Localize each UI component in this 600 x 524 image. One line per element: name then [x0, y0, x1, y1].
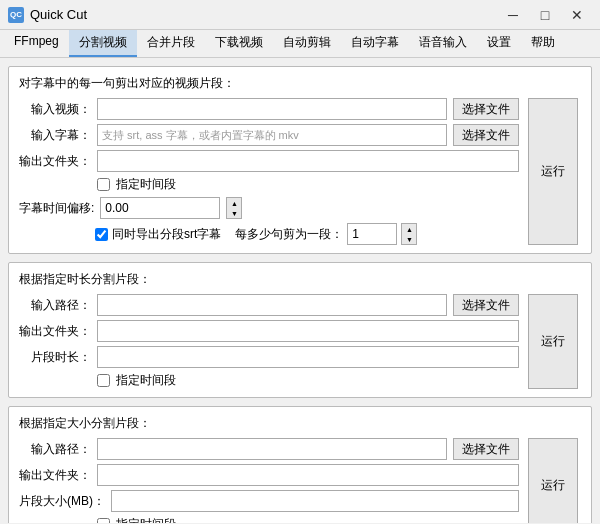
- output-folder-label2: 输出文件夹：: [19, 323, 91, 340]
- time-offset-input[interactable]: [100, 197, 220, 219]
- specify-time-row1: 指定时间段: [19, 176, 519, 193]
- menu-download-video[interactable]: 下载视频: [205, 30, 273, 57]
- section2-form: 输入路径： 选择文件 输出文件夹： 片段时长：: [19, 294, 519, 389]
- segment-input[interactable]: [347, 223, 397, 245]
- duration-row: 片段时长：: [19, 346, 519, 368]
- run-button1[interactable]: 运行: [528, 98, 578, 245]
- time-offset-row: 字幕时间偏移: ▲ ▼: [19, 197, 519, 219]
- subtitle-label: 输入字幕：: [19, 127, 91, 144]
- segment-down-arrow[interactable]: ▼: [402, 234, 416, 244]
- segment-up-arrow[interactable]: ▲: [402, 224, 416, 234]
- section1-form: 输入视频： 选择文件 输入字幕： 选择文件 输出文件夹：: [19, 98, 519, 245]
- app-title: Quick Cut: [30, 7, 498, 22]
- select-file-button2[interactable]: 选择文件: [453, 294, 519, 316]
- menu-settings[interactable]: 设置: [477, 30, 521, 57]
- run-btn-container2: 运行: [525, 294, 581, 389]
- video-input-row: 输入视频： 选择文件: [19, 98, 519, 120]
- run-btn-container1: 运行: [525, 98, 581, 245]
- subtitle-select-file-button[interactable]: 选择文件: [453, 124, 519, 146]
- time-offset-spinner: ▲ ▼: [226, 197, 242, 219]
- output-folder-input2[interactable]: [97, 320, 519, 342]
- output-folder-row1: 输出文件夹：: [19, 150, 519, 172]
- title-bar: QC Quick Cut ─ □ ✕: [0, 0, 600, 30]
- run-button2[interactable]: 运行: [528, 294, 578, 389]
- menu-voice-input[interactable]: 语音输入: [409, 30, 477, 57]
- export-srt-checkbox[interactable]: [95, 228, 108, 241]
- time-offset-down-arrow[interactable]: ▼: [227, 208, 241, 218]
- app-icon: QC: [8, 7, 24, 23]
- output-folder-row3: 输出文件夹：: [19, 464, 519, 486]
- specify-time-checkbox3[interactable]: [97, 518, 110, 523]
- output-folder-input1[interactable]: [97, 150, 519, 172]
- output-folder-label1: 输出文件夹：: [19, 153, 91, 170]
- input-path-label3: 输入路径：: [19, 441, 91, 458]
- size-input[interactable]: [111, 490, 519, 512]
- specify-time-label2: 指定时间段: [116, 372, 176, 389]
- export-srt-row: 同时导出分段srt字幕 每多少句剪为一段： ▲ ▼: [19, 223, 519, 245]
- menu-auto-edit[interactable]: 自动剪辑: [273, 30, 341, 57]
- specify-time-row2: 指定时间段: [19, 372, 519, 389]
- size-row: 片段大小(MB)：: [19, 490, 519, 512]
- duration-label: 片段时长：: [19, 349, 91, 366]
- maximize-button[interactable]: □: [530, 4, 560, 26]
- subtitle-input-row: 输入字幕： 选择文件: [19, 124, 519, 146]
- subtitle-input[interactable]: [97, 124, 447, 146]
- segment-label: 每多少句剪为一段：: [235, 226, 343, 243]
- window-controls: ─ □ ✕: [498, 4, 592, 26]
- section-duration-split: 根据指定时长分割片段： 输入路径： 选择文件 输出文件夹： 片段时长：: [8, 262, 592, 398]
- video-input[interactable]: [97, 98, 447, 120]
- segment-spinner: ▲ ▼: [401, 223, 417, 245]
- section3-form: 输入路径： 选择文件 输出文件夹： 片段大小(MB)：: [19, 438, 519, 523]
- output-folder-label3: 输出文件夹：: [19, 467, 91, 484]
- main-content: 对字幕中的每一句剪出对应的视频片段： 输入视频： 选择文件 输入字幕： 选择文件: [0, 58, 600, 523]
- specify-time-label1: 指定时间段: [116, 176, 176, 193]
- menu-bar: FFmpeg 分割视频 合并片段 下载视频 自动剪辑 自动字幕 语音输入 设置 …: [0, 30, 600, 58]
- input-path-label2: 输入路径：: [19, 297, 91, 314]
- video-select-file-button[interactable]: 选择文件: [453, 98, 519, 120]
- size-label: 片段大小(MB)：: [19, 493, 105, 510]
- specify-time-row3: 指定时间段: [19, 516, 519, 523]
- input-path-input2[interactable]: [97, 294, 447, 316]
- run-btn-container3: 运行: [525, 438, 581, 523]
- specify-time-checkbox1[interactable]: [97, 178, 110, 191]
- input-path-row2: 输入路径： 选择文件: [19, 294, 519, 316]
- select-file-button3[interactable]: 选择文件: [453, 438, 519, 460]
- export-srt-label: 同时导出分段srt字幕: [112, 226, 221, 243]
- menu-split-video[interactable]: 分割视频: [69, 30, 137, 57]
- input-path-input3[interactable]: [97, 438, 447, 460]
- input-path-row3: 输入路径： 选择文件: [19, 438, 519, 460]
- output-folder-input3[interactable]: [97, 464, 519, 486]
- section3-inner: 输入路径： 选择文件 输出文件夹： 片段大小(MB)：: [19, 438, 581, 523]
- section1-inner: 输入视频： 选择文件 输入字幕： 选择文件 输出文件夹：: [19, 98, 581, 245]
- section3-title: 根据指定大小分割片段：: [19, 415, 581, 432]
- menu-help[interactable]: 帮助: [521, 30, 565, 57]
- menu-auto-subtitle[interactable]: 自动字幕: [341, 30, 409, 57]
- section-subtitle-split: 对字幕中的每一句剪出对应的视频片段： 输入视频： 选择文件 输入字幕： 选择文件: [8, 66, 592, 254]
- close-button[interactable]: ✕: [562, 4, 592, 26]
- output-folder-row2: 输出文件夹：: [19, 320, 519, 342]
- video-label: 输入视频：: [19, 101, 91, 118]
- section2-inner: 输入路径： 选择文件 输出文件夹： 片段时长：: [19, 294, 581, 389]
- section1-title: 对字幕中的每一句剪出对应的视频片段：: [19, 75, 581, 92]
- time-offset-label: 字幕时间偏移:: [19, 200, 94, 217]
- run-button3[interactable]: 运行: [528, 438, 578, 523]
- time-offset-up-arrow[interactable]: ▲: [227, 198, 241, 208]
- minimize-button[interactable]: ─: [498, 4, 528, 26]
- menu-merge-clips[interactable]: 合并片段: [137, 30, 205, 57]
- menu-ffmpeg[interactable]: FFmpeg: [4, 30, 69, 57]
- duration-input[interactable]: [97, 346, 519, 368]
- section2-title: 根据指定时长分割片段：: [19, 271, 581, 288]
- specify-time-checkbox2[interactable]: [97, 374, 110, 387]
- specify-time-label3: 指定时间段: [116, 516, 176, 523]
- section-size-split: 根据指定大小分割片段： 输入路径： 选择文件 输出文件夹： 片段大小(MB)：: [8, 406, 592, 523]
